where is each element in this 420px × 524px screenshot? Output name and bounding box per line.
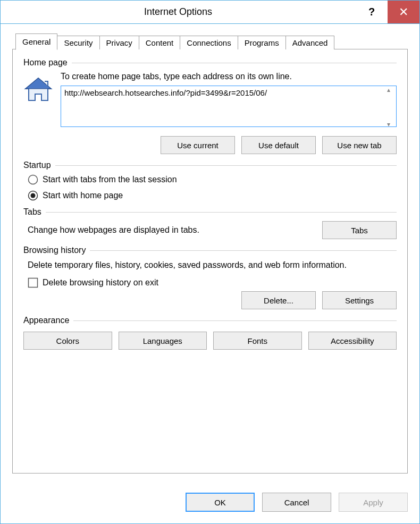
svg-point-4 — [31, 193, 36, 198]
tab-strip: General Security Privacy Content Connect… — [15, 33, 408, 49]
history-settings-button[interactable]: Settings — [322, 291, 397, 309]
tab-advanced[interactable]: Advanced — [285, 36, 335, 49]
tab-connections[interactable]: Connections — [180, 36, 238, 49]
help-button[interactable]: ? — [356, 1, 388, 23]
group-label-startup: Startup — [23, 160, 51, 170]
titlebar: Internet Options ? ✕ — [1, 1, 419, 24]
group-label-homepage: Home page — [23, 58, 68, 67]
use-default-button[interactable]: Use default — [241, 136, 316, 154]
group-label-history: Browsing history — [23, 246, 86, 255]
internet-options-dialog: Internet Options ? ✕ General Security Pr… — [0, 0, 420, 524]
checkbox-label: Delete browsing history on exit — [43, 278, 158, 288]
delete-on-exit-checkbox[interactable]: Delete browsing history on exit — [28, 277, 397, 288]
apply-button[interactable]: Apply — [339, 493, 408, 512]
svg-rect-5 — [29, 278, 38, 288]
window-title: Internet Options — [1, 6, 356, 18]
ok-button[interactable]: OK — [186, 493, 255, 512]
group-homepage: Home page To create home page tabs, type… — [23, 58, 397, 154]
tab-programs[interactable]: Programs — [238, 36, 286, 49]
delete-button[interactable]: Delete... — [241, 291, 316, 309]
history-description: Delete temporary files, history, cookies… — [23, 259, 397, 271]
fonts-button[interactable]: Fonts — [213, 332, 302, 350]
use-current-button[interactable]: Use current — [161, 136, 235, 154]
dialog-footer: OK Cancel Apply — [1, 483, 419, 523]
radio-label: Start with tabs from the last session — [43, 175, 177, 184]
close-button[interactable]: ✕ — [388, 1, 419, 23]
group-browsing-history: Browsing history Delete temporary files,… — [23, 246, 397, 309]
languages-button[interactable]: Languages — [119, 332, 207, 350]
homepage-description: To create home page tabs, type each addr… — [61, 72, 397, 81]
window-controls: ? ✕ — [356, 1, 419, 23]
divider — [55, 165, 397, 166]
scroll-down-icon[interactable]: ▾ — [387, 121, 396, 128]
tab-panel-general: Home page To create home page tabs, type… — [12, 49, 408, 474]
group-appearance: Appearance Colors Languages Fonts Access… — [23, 316, 397, 352]
homepage-url-input[interactable] — [61, 86, 397, 127]
tab-privacy[interactable]: Privacy — [99, 36, 139, 49]
divider — [73, 320, 397, 321]
group-label-tabs: Tabs — [23, 207, 41, 217]
radio-start-home-page[interactable]: Start with home page — [28, 190, 397, 201]
use-new-tab-button[interactable]: Use new tab — [322, 136, 397, 154]
scroll-up-icon[interactable]: ▴ — [387, 87, 396, 93]
group-label-appearance: Appearance — [23, 316, 69, 325]
scrollbar[interactable]: ▴ ▾ — [387, 87, 396, 128]
accessibility-button[interactable]: Accessibility — [308, 332, 397, 350]
group-tabs: Tabs Change how webpages are displayed i… — [23, 207, 397, 239]
colors-button[interactable]: Colors — [23, 332, 112, 350]
tab-security[interactable]: Security — [57, 36, 99, 49]
cancel-button[interactable]: Cancel — [262, 493, 331, 512]
tab-content[interactable]: Content — [139, 36, 181, 49]
divider — [72, 63, 397, 63]
group-startup: Startup Start with tabs from the last se… — [23, 160, 397, 201]
divider — [90, 250, 397, 251]
radio-start-last-session[interactable]: Start with tabs from the last session — [28, 174, 397, 185]
svg-point-2 — [29, 175, 38, 184]
home-icon — [23, 75, 53, 105]
tabs-button[interactable]: Tabs — [322, 221, 397, 239]
radio-label: Start with home page — [43, 191, 123, 200]
divider — [46, 212, 397, 213]
dialog-body: General Security Privacy Content Connect… — [1, 24, 419, 483]
tab-general[interactable]: General — [15, 33, 57, 50]
tabs-description: Change how webpages are displayed in tab… — [28, 225, 314, 235]
radio-checked-icon — [28, 190, 38, 201]
checkbox-unchecked-icon — [28, 277, 38, 288]
radio-unchecked-icon — [28, 174, 38, 185]
